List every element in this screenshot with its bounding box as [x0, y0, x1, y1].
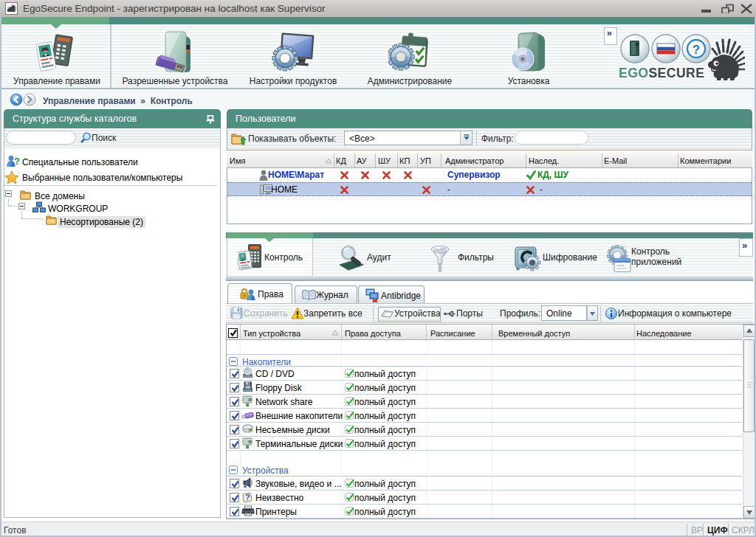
svg-text:?: ?	[245, 493, 250, 502]
svg-text:?: ?	[14, 156, 20, 167]
svg-text:?: ?	[693, 43, 700, 57]
